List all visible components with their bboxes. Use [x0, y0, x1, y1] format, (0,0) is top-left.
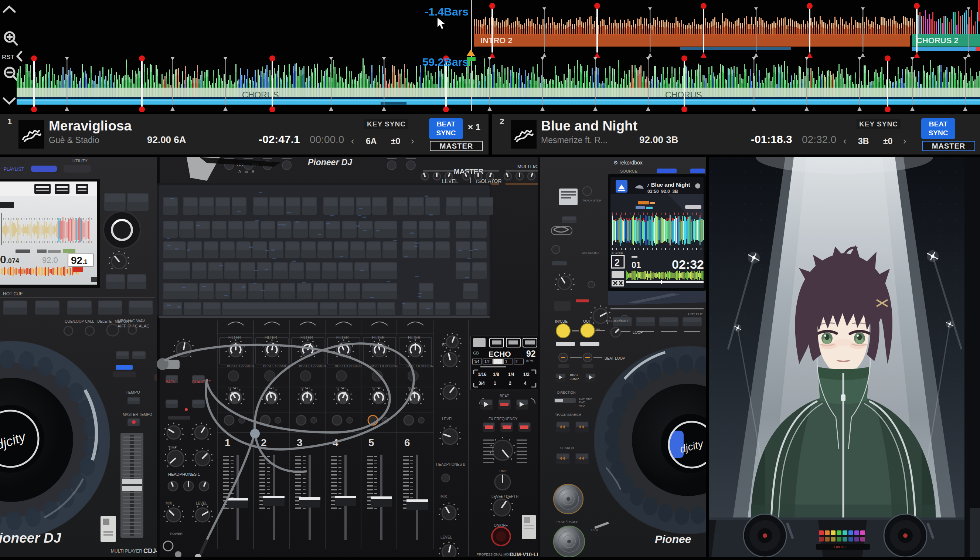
- svg-text:-1.4Bars: -1.4Bars: [425, 5, 469, 18]
- svg-text:MIX: MIX: [441, 495, 447, 498]
- svg-text:1: 1: [494, 381, 496, 386]
- svg-text:SEND: SEND: [336, 386, 346, 390]
- svg-text:Pionee: Pionee: [655, 533, 691, 545]
- svg-text:1/2: 1/2: [523, 372, 529, 377]
- svg-text:1: 1: [225, 437, 231, 448]
- svg-text:SOURCE: SOURCE: [620, 169, 637, 173]
- svg-text:JUMP: JUMP: [570, 377, 579, 381]
- svg-text:BEAT FX ASSIGN: BEAT FX ASSIGN: [227, 364, 254, 368]
- svg-text:GB: GB: [473, 351, 479, 355]
- svg-text:CHORUS 2: CHORUS 2: [917, 36, 958, 45]
- svg-text:UTILITY: UTILITY: [72, 158, 88, 163]
- svg-text:LEVEL: LEVEL: [442, 417, 454, 421]
- svg-text:59.2Bars: 59.2Bars: [423, 56, 469, 68]
- svg-text:BEAT FX ASSIGN: BEAT FX ASSIGN: [299, 364, 326, 368]
- svg-text:SEND: SEND: [300, 386, 310, 390]
- svg-text:ON BOOST: ON BOOST: [582, 251, 599, 255]
- svg-text:6: 6: [404, 437, 410, 448]
- svg-text:PLAYER: PLAYER: [612, 252, 623, 255]
- svg-text:1/8: 1/8: [493, 372, 499, 377]
- svg-text:1 88.8 8: 1 88.8 8: [833, 545, 845, 549]
- svg-text:LOOP: LOOP: [633, 330, 643, 335]
- svg-text:BPM: BPM: [526, 359, 534, 363]
- svg-text:MASTER TEMPO: MASTER TEMPO: [123, 413, 152, 417]
- svg-text:92: 92: [526, 349, 536, 358]
- svg-text:FILTER: FILTER: [265, 336, 277, 340]
- svg-text:4: 4: [524, 381, 527, 386]
- svg-text:HEADPHONES 1: HEADPHONES 1: [168, 472, 200, 477]
- svg-text:SEND: SEND: [372, 386, 382, 390]
- svg-text:♪ Blue and Night: ♪ Blue and Night: [647, 182, 690, 188]
- svg-text:2: 2: [509, 381, 511, 386]
- svg-text:2: 2: [261, 437, 267, 448]
- svg-text:FX FREQUENCY: FX FREQUENCY: [489, 417, 518, 421]
- svg-text:BACK: BACK: [166, 380, 176, 384]
- svg-text:PLAY / PAUSE: PLAY / PAUSE: [557, 520, 579, 524]
- svg-text:⚙ rekordbox: ⚙ rekordbox: [614, 160, 642, 166]
- svg-text:DJM-V10-LF: DJM-V10-LF: [510, 552, 540, 557]
- svg-text:BEAT: BEAT: [499, 394, 509, 398]
- svg-text:TEMPO: TEMPO: [126, 390, 140, 394]
- svg-text:1/4: 1/4: [508, 372, 514, 377]
- svg-text:OUT: OUT: [583, 319, 591, 323]
- svg-text:RST: RST: [2, 53, 15, 61]
- svg-text:1/2: 1/2: [484, 360, 490, 364]
- svg-text:RELOOP/EXIT: RELOOP/EXIT: [606, 319, 629, 323]
- svg-text:REV: REV: [591, 528, 598, 532]
- svg-text:SEND: SEND: [228, 386, 238, 390]
- svg-text:TIME: TIME: [499, 469, 507, 473]
- svg-text:PROFESSIONAL MIXER: PROFESSIONAL MIXER: [477, 553, 514, 556]
- svg-text:TRACK STOP: TRACK STOP: [582, 199, 601, 202]
- svg-text:Pioneer DJ: Pioneer DJ: [0, 530, 62, 546]
- svg-text:MULTI I/O: MULTI I/O: [517, 164, 539, 169]
- svg-text:92.0: 92.0: [42, 255, 58, 265]
- svg-text:BEAT FX ASSIGN: BEAT FX ASSIGN: [335, 364, 362, 368]
- svg-text:INTRO 2: INTRO 2: [481, 36, 512, 45]
- svg-text:FILTER: FILTER: [336, 336, 349, 340]
- svg-text:FILTER: FILTER: [300, 336, 313, 340]
- svg-text:PLAYLIST: PLAYLIST: [4, 167, 24, 172]
- svg-text:LEVEL: LEVEL: [196, 501, 208, 505]
- svg-text:02:32: 02:32: [672, 257, 704, 271]
- svg-text:ECHO: ECHO: [489, 350, 511, 358]
- svg-text:1/16: 1/16: [478, 372, 487, 377]
- svg-text:SEARCH: SEARCH: [560, 446, 574, 450]
- svg-text:BEAT FX ASSIGN: BEAT FX ASSIGN: [371, 364, 398, 368]
- svg-text:DIRECTION: DIRECTION: [557, 391, 576, 394]
- svg-text:FILTER: FILTER: [372, 336, 385, 340]
- svg-text:HOT CUE: HOT CUE: [688, 312, 703, 316]
- svg-text:SLIP REV: SLIP REV: [579, 397, 592, 400]
- svg-text:3: 3: [297, 437, 303, 448]
- svg-text:MIX: MIX: [166, 501, 172, 505]
- svg-text:BEAT LOOP: BEAT LOOP: [604, 356, 625, 360]
- svg-text:HEADPHONES B: HEADPHONES B: [436, 462, 466, 467]
- svg-text:2: 2: [516, 360, 518, 364]
- svg-text:FILTER: FILTER: [228, 336, 241, 340]
- svg-text:QUE/LOOP CALL DELETE MEMOR: QUE/LOOP CALL DELETE MEMORY: [65, 319, 131, 323]
- svg-text:BEAT: BEAT: [570, 373, 578, 377]
- svg-text:03:50 92.0 3B: 03:50 92.0 3B: [647, 189, 678, 194]
- svg-text:2: 2: [614, 257, 620, 268]
- svg-text:MULTI PLAYER: MULTI PLAYER: [111, 548, 142, 554]
- svg-text:A ▭ B: A ▭ B: [238, 169, 254, 174]
- svg-text:BEAT FX ASSIGN: BEAT FX ASSIGN: [263, 364, 290, 368]
- svg-text:REV: REV: [579, 404, 585, 408]
- svg-text:HOT CUE: HOT CUE: [3, 291, 23, 297]
- svg-text:1/4: 1/4: [474, 360, 479, 364]
- svg-text:TRACK SEARCH: TRACK SEARCH: [555, 413, 581, 417]
- svg-text:1: 1: [505, 360, 507, 364]
- svg-text:01: 01: [632, 260, 641, 270]
- svg-text:3/4: 3/4: [479, 381, 485, 386]
- svg-text:5: 5: [368, 437, 374, 448]
- svg-text:IN/CUE: IN/CUE: [555, 319, 567, 323]
- svg-text:FILTER: FILTER: [408, 336, 421, 340]
- svg-text:FWD: FWD: [579, 401, 585, 404]
- svg-text:Pioneer DJ: Pioneer DJ: [308, 157, 353, 167]
- svg-text:POWER: POWER: [170, 532, 183, 536]
- svg-text:LEVEL: LEVEL: [441, 535, 452, 539]
